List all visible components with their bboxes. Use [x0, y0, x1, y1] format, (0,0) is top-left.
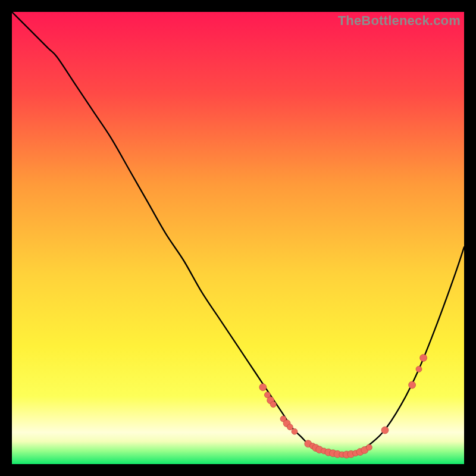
data-marker	[287, 424, 293, 430]
chart-svg	[12, 12, 464, 464]
data-marker	[270, 402, 276, 408]
gradient-background	[12, 12, 464, 464]
data-marker	[409, 381, 416, 389]
chart-frame: TheBottleneck.com	[12, 12, 464, 464]
data-marker	[381, 427, 389, 434]
data-marker	[420, 354, 427, 361]
watermark-label: TheBottleneck.com	[338, 13, 461, 29]
data-marker	[366, 444, 372, 450]
data-marker	[259, 384, 267, 391]
data-marker	[292, 428, 298, 434]
data-marker	[416, 366, 422, 372]
